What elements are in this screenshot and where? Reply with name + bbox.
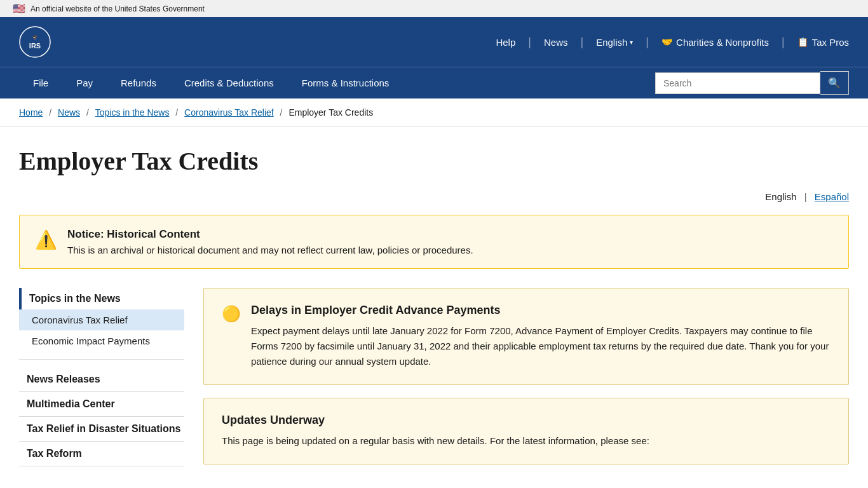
irs-logo-link[interactable]: 🦅 IRS bbox=[19, 26, 51, 58]
breadcrumb-home[interactable]: Home bbox=[19, 107, 43, 118]
sidebar-topics-section: Topics in the News Coronavirus Tax Relie… bbox=[19, 288, 184, 360]
us-flag-icon: 🇺🇸 bbox=[13, 3, 25, 15]
sidebar: Topics in the News Coronavirus Tax Relie… bbox=[19, 288, 184, 477]
charities-link[interactable]: 🤝 Charities & Nonprofits bbox=[661, 37, 769, 48]
chevron-down-icon: ▾ bbox=[630, 39, 633, 46]
lang-sep: | bbox=[804, 191, 810, 202]
language-toggle: English | Español bbox=[19, 191, 849, 202]
gov-banner: 🇺🇸 An official website of the United Sta… bbox=[0, 0, 868, 17]
sidebar-item-coronavirus[interactable]: Coronavirus Tax Relief bbox=[19, 309, 184, 330]
espanol-link[interactable]: Español bbox=[815, 191, 849, 202]
divider-2: | bbox=[580, 36, 583, 49]
taxpros-icon: 📋 bbox=[797, 37, 808, 47]
main-layout: Topics in the News Coronavirus Tax Relie… bbox=[19, 288, 849, 477]
card-delays-header: 🟡 Delays in Employer Credit Advance Paym… bbox=[222, 304, 831, 369]
main-nav: File Pay Refunds Credits & Deductions Fo… bbox=[0, 67, 868, 98]
search-bar: 🔍 bbox=[655, 71, 849, 95]
main-nav-links: File Pay Refunds Credits & Deductions Fo… bbox=[19, 67, 403, 98]
current-language: English bbox=[765, 191, 796, 202]
breadcrumb-sep-2: / bbox=[86, 107, 92, 118]
divider-3: | bbox=[646, 36, 649, 49]
svg-text:IRS: IRS bbox=[29, 42, 41, 50]
language-selector[interactable]: English ▾ bbox=[596, 37, 633, 48]
breadcrumb-current: Employer Tax Credits bbox=[288, 107, 373, 118]
divider-1: | bbox=[528, 36, 531, 49]
page-content: Employer Tax Credits English | Español ⚠… bbox=[0, 127, 868, 488]
breadcrumb-news[interactable]: News bbox=[58, 107, 80, 118]
card-delays-body: Delays in Employer Credit Advance Paymen… bbox=[251, 304, 831, 369]
breadcrumb: Home / News / Topics in the News / Coron… bbox=[0, 98, 868, 127]
site-header: 🦅 IRS Help | News | English ▾ | 🤝 Charit… bbox=[0, 17, 868, 67]
card-delays: 🟡 Delays in Employer Credit Advance Paym… bbox=[203, 288, 849, 385]
svg-text:🦅: 🦅 bbox=[32, 34, 38, 40]
help-link[interactable]: Help bbox=[496, 37, 515, 48]
taxpros-label: Tax Pros bbox=[812, 37, 849, 48]
irs-eagle-icon: 🦅 IRS bbox=[19, 26, 51, 58]
nav-pay[interactable]: Pay bbox=[62, 67, 107, 98]
language-label: English bbox=[596, 37, 627, 48]
notice-text: This is an archival or historical docume… bbox=[67, 245, 473, 255]
card-delays-title: Delays in Employer Credit Advance Paymen… bbox=[251, 304, 831, 317]
sidebar-section-title: Topics in the News bbox=[19, 288, 184, 309]
sidebar-link-disaster-relief[interactable]: Tax Relief in Disaster Situations bbox=[19, 417, 184, 442]
warning-triangle-icon: ⚠️ bbox=[35, 229, 57, 250]
card-updates: Updates Underway This page is being upda… bbox=[203, 398, 849, 464]
breadcrumb-sep-1: / bbox=[49, 107, 54, 118]
card-updates-body: Updates Underway This page is being upda… bbox=[222, 414, 831, 449]
search-input[interactable] bbox=[655, 72, 820, 94]
nav-credits[interactable]: Credits & Deductions bbox=[170, 67, 288, 98]
card-delays-text: Expect payment delays until late January… bbox=[251, 323, 831, 369]
charities-icon: 🤝 bbox=[661, 37, 672, 47]
taxpros-link[interactable]: 📋 Tax Pros bbox=[797, 37, 849, 48]
nav-forms[interactable]: Forms & Instructions bbox=[288, 67, 403, 98]
divider-4: | bbox=[782, 36, 785, 49]
sidebar-item-economic-impact[interactable]: Economic Impact Payments bbox=[19, 330, 184, 351]
sidebar-link-news-releases[interactable]: News Releases bbox=[19, 367, 184, 392]
notice-title: Notice: Historical Content bbox=[67, 228, 473, 241]
header-nav: Help | News | English ▾ | 🤝 Charities & … bbox=[496, 36, 849, 49]
card-updates-text: This page is being updated on a regular … bbox=[222, 433, 831, 449]
content-area: 🟡 Delays in Employer Credit Advance Paym… bbox=[203, 288, 849, 477]
page-title: Employer Tax Credits bbox=[19, 146, 849, 176]
sidebar-link-multimedia[interactable]: Multimedia Center bbox=[19, 392, 184, 417]
nav-file[interactable]: File bbox=[19, 67, 62, 98]
notice-box: ⚠️ Notice: Historical Content This is an… bbox=[19, 215, 849, 269]
charities-label: Charities & Nonprofits bbox=[676, 37, 769, 48]
search-button[interactable]: 🔍 bbox=[820, 71, 849, 95]
warning-circle-icon: 🟡 bbox=[222, 305, 241, 323]
breadcrumb-topics[interactable]: Topics in the News bbox=[95, 107, 170, 118]
news-link[interactable]: News bbox=[544, 37, 568, 48]
card-updates-title: Updates Underway bbox=[222, 414, 831, 427]
breadcrumb-sep-4: / bbox=[280, 107, 285, 118]
sidebar-link-tax-reform[interactable]: Tax Reform bbox=[19, 442, 184, 466]
notice-content: Notice: Historical Content This is an ar… bbox=[67, 228, 473, 255]
breadcrumb-sep-3: / bbox=[175, 107, 180, 118]
gov-banner-text: An official website of the United States… bbox=[31, 4, 205, 13]
breadcrumb-coronavirus[interactable]: Coronavirus Tax Relief bbox=[184, 107, 274, 118]
nav-refunds[interactable]: Refunds bbox=[107, 67, 170, 98]
